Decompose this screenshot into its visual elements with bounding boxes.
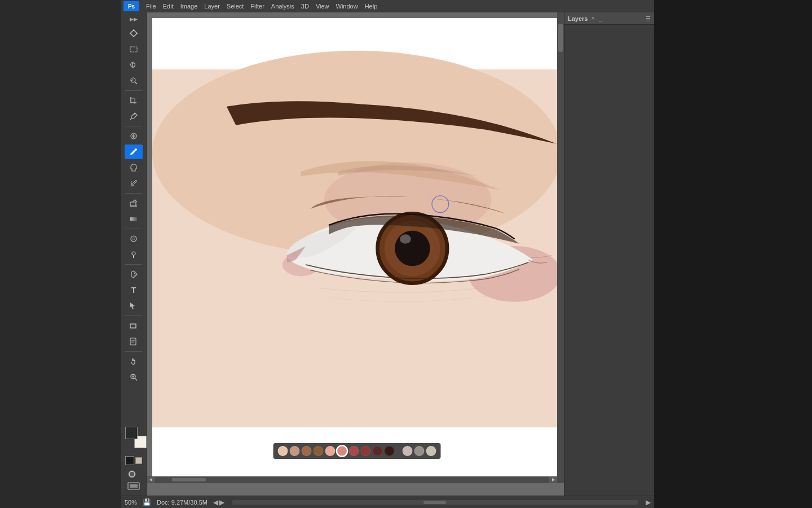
layers-panel-header: Layers × _ ☰ bbox=[564, 12, 654, 25]
svg-rect-9 bbox=[130, 202, 136, 206]
screen-mode-icon[interactable] bbox=[127, 482, 140, 491]
right-dark-panel bbox=[654, 0, 722, 508]
toolbar: ▶▶ bbox=[121, 12, 147, 496]
tool-sep-4 bbox=[125, 229, 142, 229]
zoom-level[interactable]: 50% bbox=[125, 499, 137, 506]
tool-pen[interactable] bbox=[125, 267, 143, 282]
palette-color-7[interactable] bbox=[360, 446, 370, 456]
layers-close-btn[interactable]: × bbox=[591, 15, 594, 21]
layers-content bbox=[564, 25, 654, 496]
tool-brush[interactable] bbox=[125, 144, 143, 159]
svg-line-3 bbox=[135, 82, 137, 84]
tool-gradient[interactable] bbox=[125, 212, 143, 226]
palette-color-0[interactable] bbox=[277, 446, 288, 456]
tool-move[interactable] bbox=[125, 26, 143, 41]
tool-text[interactable]: T bbox=[125, 283, 143, 297]
tool-notes[interactable] bbox=[125, 334, 143, 349]
nav-left-arrow[interactable]: ◀ bbox=[213, 498, 218, 506]
svg-point-25 bbox=[130, 472, 134, 476]
palette-gray-2[interactable] bbox=[426, 446, 436, 456]
svg-line-1 bbox=[133, 64, 133, 68]
scroll-right-btn[interactable] bbox=[549, 477, 557, 483]
palette-color-3[interactable] bbox=[313, 446, 323, 456]
canvas-area[interactable] bbox=[147, 12, 564, 496]
svg-rect-11 bbox=[130, 217, 137, 221]
tool-crop[interactable] bbox=[125, 93, 143, 108]
horizontal-scrollbar[interactable] bbox=[147, 476, 557, 483]
foreground-swatch[interactable] bbox=[125, 456, 134, 465]
menu-image[interactable]: Image bbox=[180, 3, 198, 10]
palette-color-2[interactable] bbox=[301, 446, 311, 456]
svg-point-14 bbox=[132, 252, 135, 255]
tool-sep-1 bbox=[125, 90, 142, 91]
tool-sep-5 bbox=[125, 264, 142, 265]
svg-line-21 bbox=[135, 378, 137, 380]
menu-view[interactable]: View bbox=[316, 3, 329, 10]
palette-gray-1[interactable] bbox=[414, 446, 424, 456]
color-pair[interactable] bbox=[125, 427, 142, 444]
tool-clone-stamp[interactable] bbox=[125, 160, 143, 175]
h-scrollbar-thumb[interactable] bbox=[172, 478, 206, 481]
bottom-scroll-thumb[interactable] bbox=[423, 501, 446, 504]
menu-file[interactable]: File bbox=[146, 3, 156, 10]
ps-logo: Ps bbox=[123, 1, 139, 11]
tool-sep-6 bbox=[125, 316, 142, 316]
menu-edit[interactable]: Edit bbox=[163, 3, 174, 10]
tool-quick-select[interactable] bbox=[125, 73, 143, 88]
status-end-arrow[interactable]: ▶ bbox=[646, 498, 651, 506]
layers-panel: Layers × _ ☰ bbox=[564, 12, 654, 496]
tool-healing[interactable] bbox=[125, 129, 143, 143]
menu-bar: Ps File Edit Image Layer Select Filter A… bbox=[121, 0, 654, 12]
tool-dodge[interactable] bbox=[125, 247, 143, 262]
tool-lasso[interactable] bbox=[125, 58, 143, 72]
tool-history-brush[interactable] bbox=[125, 176, 143, 191]
svg-marker-40 bbox=[552, 478, 555, 481]
palette-color-4[interactable] bbox=[325, 446, 335, 456]
menu-filter[interactable]: Filter bbox=[250, 3, 264, 10]
layers-minimize-btn[interactable]: _ bbox=[599, 15, 602, 21]
svg-rect-27 bbox=[130, 484, 138, 488]
palette-color-6[interactable] bbox=[348, 446, 359, 456]
svg-point-37 bbox=[400, 234, 411, 243]
tool-sep-2 bbox=[125, 126, 142, 126]
scroll-left-btn[interactable] bbox=[147, 477, 155, 483]
tool-marquee[interactable] bbox=[125, 42, 143, 56]
vertical-scrollbar[interactable] bbox=[557, 12, 564, 483]
palette-color-1[interactable] bbox=[289, 446, 299, 456]
doc-info: Doc: 9.27M/30.5M bbox=[157, 499, 208, 506]
canvas-svg bbox=[152, 18, 561, 479]
tool-eyedropper[interactable] bbox=[125, 109, 143, 124]
tool-eraser[interactable] bbox=[125, 196, 143, 211]
quick-mask-icon[interactable] bbox=[127, 470, 140, 480]
menu-select[interactable]: Select bbox=[227, 3, 244, 10]
svg-point-5 bbox=[134, 113, 135, 115]
palette-gray-0[interactable] bbox=[402, 446, 412, 456]
svg-point-36 bbox=[395, 231, 430, 266]
layers-title: Layers bbox=[568, 15, 588, 22]
menu-help[interactable]: Help bbox=[365, 3, 378, 10]
status-icon[interactable]: 💾 bbox=[143, 498, 151, 506]
tool-blur[interactable] bbox=[125, 231, 143, 246]
menu-layer[interactable]: Layer bbox=[204, 3, 220, 10]
palette-color-9[interactable] bbox=[384, 446, 394, 456]
tool-hand[interactable] bbox=[125, 354, 143, 369]
palette-color-8[interactable] bbox=[372, 446, 382, 456]
bottom-scroll-track[interactable] bbox=[232, 500, 638, 505]
photoshop-app: Ps File Edit Image Layer Select Filter A… bbox=[121, 0, 654, 508]
palette-color-5[interactable] bbox=[336, 445, 348, 457]
menu-analysis[interactable]: Analysis bbox=[271, 3, 294, 10]
nav-right-arrow[interactable]: ▶ bbox=[219, 498, 224, 506]
tool-path-select[interactable] bbox=[125, 299, 143, 313]
layers-menu-btn[interactable]: ☰ bbox=[646, 15, 651, 21]
svg-line-4 bbox=[130, 119, 131, 120]
foreground-color[interactable] bbox=[125, 427, 138, 439]
tool-zoom[interactable] bbox=[125, 370, 143, 384]
menu-window[interactable]: Window bbox=[336, 3, 358, 10]
menu-3d[interactable]: 3D bbox=[301, 3, 309, 10]
v-scrollbar-thumb[interactable] bbox=[558, 24, 563, 52]
color-palette bbox=[273, 443, 440, 459]
tool-shape[interactable] bbox=[125, 318, 143, 333]
toolbar-expand[interactable]: ▶▶ bbox=[130, 15, 138, 24]
background-swatch[interactable] bbox=[135, 457, 142, 464]
tool-sep-3 bbox=[125, 193, 142, 194]
